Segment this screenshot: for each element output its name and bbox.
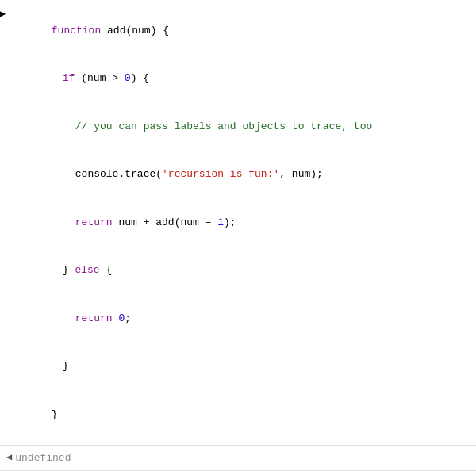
gutter-8 (0, 343, 13, 358)
code-line-4: console.trace('recursion is fun:', num); (0, 151, 476, 199)
gutter-6 (0, 247, 13, 262)
code-text-9: } (13, 391, 476, 438)
gutter-7 (0, 295, 13, 309)
code-text-7: return 0; (13, 295, 476, 342)
code-text-6: } else { (13, 247, 476, 294)
gutter-2 (0, 56, 13, 70)
code-line-7: return 0; (0, 294, 476, 343)
keyword-if: if (63, 72, 75, 84)
code-text-1: function add(num) { (13, 7, 476, 54)
code-line-6: } else { (0, 247, 476, 295)
expand-arrow-1: ▶ (0, 7, 13, 21)
gutter-4 (0, 151, 13, 166)
code-plain-2: (num > (75, 72, 124, 84)
code-text-5: return num + add(num – 1); (13, 199, 476, 246)
eval-result-section: ◀ undefined (0, 446, 476, 472)
gutter-3 (0, 103, 13, 117)
eval-arrow-icon: ◀ (6, 450, 12, 465)
gutter-9 (0, 391, 13, 405)
eval-result-text: undefined (15, 450, 71, 466)
code-plain: add(num) { (101, 25, 169, 36)
code-line-9: } (0, 390, 476, 438)
code-line-1: ▶ function add(num) { (0, 6, 476, 55)
code-text-3: // you can pass labels and objects to tr… (13, 103, 476, 150)
code-line-3: // you can pass labels and objects to tr… (0, 102, 476, 151)
code-line-5: return num + add(num – 1); (0, 198, 476, 247)
gutter-5 (0, 199, 13, 213)
eval-result-line: ◀ undefined (0, 449, 476, 468)
code-text-2: if (num > 0) { (13, 56, 476, 102)
code-line-2: if (num > 0) { (0, 55, 476, 103)
comment-trace: // you can pass labels and objects to tr… (75, 121, 372, 132)
code-text-4: console.trace('recursion is fun:', num); (13, 151, 476, 198)
code-text-8: } (13, 343, 476, 390)
string-recursion: 'recursion is fun:' (162, 168, 279, 180)
code-line-8: } (0, 343, 476, 391)
keyword-function: function (52, 25, 101, 36)
code-editor: ▶ function add(num) { if (num > 0) { // … (0, 0, 476, 446)
num-zero: 0 (125, 72, 131, 84)
